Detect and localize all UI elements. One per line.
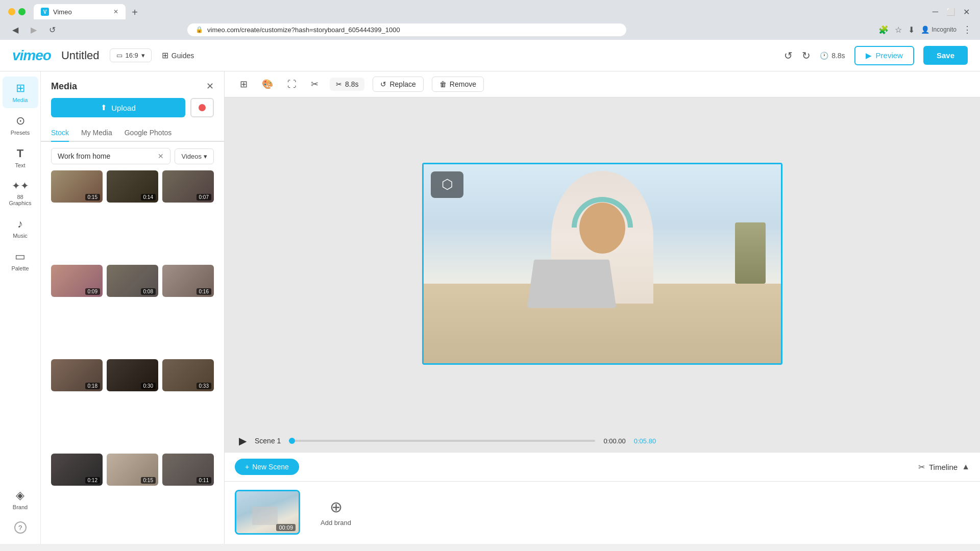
media-tabs: Stock My Media Google Photos: [41, 124, 224, 142]
thumb-duration: 0:14: [141, 194, 156, 201]
record-btn[interactable]: [190, 98, 214, 117]
bg-items: [735, 222, 766, 284]
address-bar[interactable]: 🔒 vimeo.com/create/customize?hash=storyb…: [187, 23, 626, 36]
thumb-duration: 0:08: [141, 288, 156, 295]
redo-btn[interactable]: ↻: [802, 49, 811, 62]
close-panel-btn[interactable]: ✕: [206, 81, 214, 92]
list-item[interactable]: 0:15: [51, 170, 103, 203]
list-item[interactable]: 0:07: [162, 170, 214, 203]
list-item[interactable]: 0:12: [51, 454, 103, 486]
tab-close-btn[interactable]: ✕: [113, 8, 118, 15]
timeline-header: + New Scene ✂ Timeline ▲: [225, 453, 980, 482]
timeline-collapse-btn[interactable]: ▲: [962, 462, 970, 471]
list-item[interactable]: 0:09: [51, 265, 103, 297]
search-value: Work from home: [58, 152, 110, 160]
list-item[interactable]: 0:33: [162, 359, 214, 391]
sidebar-item-text[interactable]: T Text: [3, 142, 38, 173]
tab-google-photos[interactable]: Google Photos: [125, 124, 172, 141]
timeline-content: 00:09 ⊕ Add brand: [225, 482, 980, 543]
list-item[interactable]: 0:30: [107, 359, 158, 391]
remove-btn[interactable]: 🗑 Remove: [432, 77, 484, 92]
save-btn[interactable]: Save: [923, 46, 968, 65]
upload-label: Upload: [111, 104, 136, 112]
replace-btn[interactable]: ↺ Replace: [373, 77, 423, 92]
scene-card-1[interactable]: 00:09: [235, 490, 300, 535]
filter-btn[interactable]: Videos ▾: [175, 148, 214, 164]
aspect-ratio-value: 16:9: [126, 52, 138, 59]
video-preview[interactable]: [424, 164, 781, 363]
thumb-duration: 0:33: [197, 383, 211, 389]
progress-bar[interactable]: [289, 440, 595, 442]
list-item[interactable]: 0:11: [162, 454, 214, 486]
thumb-duration: 0:11: [197, 477, 211, 484]
upload-row: ⬆ Upload: [41, 98, 224, 124]
sidebar-help[interactable]: ?: [9, 516, 32, 539]
search-box[interactable]: Work from home ✕: [51, 148, 170, 164]
search-clear-btn[interactable]: ✕: [158, 152, 164, 160]
time-value: 8.8s: [831, 52, 845, 60]
forward-btn[interactable]: ▶: [27, 22, 41, 37]
filter-label: Videos: [181, 153, 202, 160]
timeline-area: + New Scene ✂ Timeline ▲: [225, 452, 980, 544]
extensions-btn[interactable]: 🧩: [878, 25, 889, 35]
add-brand-btn[interactable]: ⊕ Add brand: [308, 490, 363, 535]
download-btn[interactable]: ⬇: [908, 25, 915, 35]
list-item[interactable]: 0:15: [107, 454, 158, 486]
aspect-ratio-selector[interactable]: ▭ 16:9 ▾: [110, 48, 152, 62]
back-btn[interactable]: ◀: [8, 22, 22, 37]
save-label: Save: [937, 51, 954, 60]
upload-icon: ⬆: [101, 103, 107, 112]
profile-btn[interactable]: 👤 Incognito: [921, 26, 957, 34]
thumb-duration: 0:16: [197, 288, 211, 295]
win-minimize-btn[interactable]: ─: [933, 7, 938, 17]
sidebar-item-presets[interactable]: ⊙ Presets: [3, 109, 38, 141]
bookmark-btn[interactable]: ☆: [895, 25, 902, 35]
maximize-btn[interactable]: [18, 8, 26, 15]
music-label: Music: [13, 233, 28, 239]
refresh-btn[interactable]: ↺: [45, 22, 59, 37]
crop-btn[interactable]: ✂: [308, 76, 322, 93]
list-item[interactable]: 0:08: [107, 265, 158, 297]
grid-view-btn[interactable]: ⊞: [237, 76, 251, 93]
upload-btn[interactable]: ⬆ Upload: [51, 98, 185, 117]
list-item[interactable]: 0:18: [51, 359, 103, 391]
thumb-duration: 0:07: [197, 194, 211, 201]
list-item[interactable]: 0:14: [107, 170, 158, 203]
tab-my-media[interactable]: My Media: [81, 124, 112, 141]
remove-icon: 🗑: [439, 80, 447, 88]
color-picker-btn[interactable]: 🎨: [259, 76, 276, 93]
scissors-timeline-icon: ✂: [918, 462, 925, 472]
list-item[interactable]: 0:16: [162, 265, 214, 297]
canvas-time-value: 8.8s: [345, 80, 358, 88]
scene-overlay-badge: ⬡: [431, 171, 463, 198]
win-restore-btn[interactable]: ⬜: [946, 7, 955, 17]
record-icon: [199, 104, 206, 111]
win-close-btn[interactable]: ✕: [963, 7, 970, 17]
sidebar-item-graphics[interactable]: ✦✦ 88 Graphics: [3, 174, 38, 211]
app-topbar: vimeo Untitled ▭ 16:9 ▾ ⊞ Guides ↺ ↻ 🕐 8…: [0, 40, 980, 71]
palette-icon: ▭: [15, 250, 26, 263]
menu-btn[interactable]: ⋮: [963, 24, 972, 35]
preview-btn[interactable]: ▶ Preview: [854, 46, 914, 65]
canvas-toolbar: ⊞ 🎨 ⛶ ✂ ✂ 8.8s ↺ Replace 🗑 Remove: [225, 71, 980, 97]
sidebar-item-music[interactable]: ♪ Music: [3, 212, 38, 244]
sidebar-item-media[interactable]: ⊞ Media: [3, 77, 38, 108]
sidebar-item-palette[interactable]: ▭ Palette: [3, 245, 38, 277]
active-tab[interactable]: V Vimeo ✕: [34, 4, 126, 19]
topbar-right: ↺ ↻ 🕐 8.8s ▶ Preview Save: [784, 46, 968, 65]
minimize-btn[interactable]: [8, 8, 15, 15]
scene-play-btn[interactable]: ▶: [239, 435, 247, 447]
time-total: 0:05.80: [634, 437, 656, 445]
new-scene-btn[interactable]: + New Scene: [235, 459, 299, 475]
media-panel-header: Media ✕: [41, 71, 224, 98]
fullscreen-btn[interactable]: ⛶: [284, 76, 300, 93]
icon-sidebar: ⊞ Media ⊙ Presets T Text ✦✦ 88 Graphics …: [0, 71, 41, 544]
sidebar-item-brand[interactable]: ◈ Brand: [3, 484, 38, 515]
tab-stock[interactable]: Stock: [51, 124, 69, 142]
undo-btn[interactable]: ↺: [784, 49, 793, 62]
new-tab-btn[interactable]: +: [128, 5, 142, 19]
guides-btn[interactable]: ⊞ Guides: [162, 51, 194, 60]
media-panel: Media ✕ ⬆ Upload Stock My Media Google P…: [41, 71, 225, 544]
tab-favicon: V: [41, 8, 49, 16]
brand-plus-icon: ⊕: [330, 498, 342, 516]
